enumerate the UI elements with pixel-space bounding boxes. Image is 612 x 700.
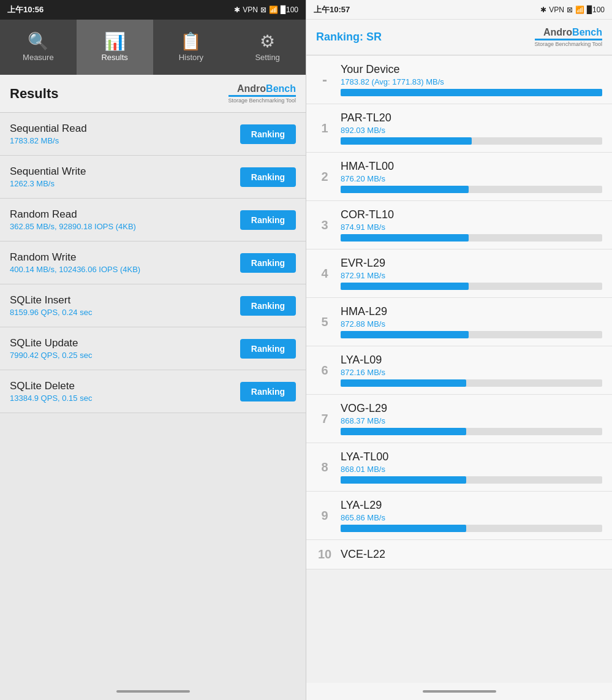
rank-number: 4 (316, 267, 333, 281)
tab-results[interactable]: 📊 Results (77, 20, 153, 75)
rank-bar-bg (341, 234, 602, 242)
ranking-button[interactable]: Ranking (240, 382, 296, 401)
signal-icon-right: ⊠ (567, 6, 573, 14)
result-info: Sequential Write 1262.3 MB/s (10, 165, 240, 188)
tab-bar: 🔍 Measure 📊 Results 📋 History ⚙ Setting (0, 20, 306, 75)
signal-icon: ⊠ (260, 6, 266, 14)
logo-bar-right (535, 39, 602, 40)
right-panel: 上午10:57 ✱ VPN ⊠ 📶 ▉100 Ranking: SR Andro… (306, 0, 612, 700)
rank-device-value: 865.86 MB/s (341, 513, 602, 522)
rank-bar-bg (341, 186, 602, 193)
rank-number: 10 (316, 547, 333, 561)
rank-bar-fill (341, 89, 602, 96)
rank-device-name: VCE-L22 (341, 548, 602, 561)
rank-bar-fill (341, 428, 466, 435)
rank-bar-fill (341, 186, 469, 193)
battery-icon: ▉100 (281, 6, 298, 14)
rank-row: 4 EVR-L29 872.91 MB/s (306, 249, 612, 298)
results-title: Results (10, 86, 58, 102)
rank-row-partial: 10 VCE-L22 (306, 540, 612, 569)
result-value: 1262.3 MB/s (10, 179, 240, 188)
rank-number: 3 (316, 218, 333, 232)
rank-row: 7 VOG-L29 868.37 MB/s (306, 395, 612, 443)
result-info: Random Write 400.14 MB/s, 102436.06 IOPS… (10, 251, 240, 274)
rank-device-name: LYA-TL00 (341, 451, 602, 463)
logo-bench-left: Bench (266, 83, 296, 94)
ranking-button[interactable]: Ranking (240, 210, 296, 230)
result-row: SQLite Update 7990.42 QPS, 0.25 sec Rank… (0, 327, 306, 370)
result-info: SQLite Update 7990.42 QPS, 0.25 sec (10, 337, 240, 360)
results-list: Sequential Read 1783.82 MB/s Ranking Seq… (0, 113, 306, 683)
rank-info: VCE-L22 (341, 548, 602, 561)
rank-device-value: 872.16 MB/s (341, 368, 602, 377)
ranking-button[interactable]: Ranking (240, 296, 296, 316)
results-header: Results AndroBench Storage Benchmarking … (0, 75, 306, 113)
rank-info: LYA-L09 872.16 MB/s (341, 354, 602, 387)
rank-row: 6 LYA-L09 872.16 MB/s (306, 346, 612, 395)
wifi-icon: 📶 (269, 6, 278, 14)
ranking-button[interactable]: Ranking (240, 339, 296, 359)
logo-bench-right: Bench (572, 27, 602, 37)
status-icons-right: ✱ VPN ⊠ 📶 ▉100 (540, 6, 605, 14)
rank-bar-fill (341, 525, 466, 532)
vpn-label: VPN (243, 6, 258, 14)
rank-number: - (316, 71, 333, 88)
result-info: Random Read 362.85 MB/s, 92890.18 IOPS (… (10, 208, 240, 231)
status-bar-left: 上午10:56 ✱ VPN ⊠ 📶 ▉100 (0, 0, 306, 20)
rank-device-value: 874.91 MB/s (341, 223, 602, 232)
rank-info: HMA-TL00 876.20 MB/s (341, 160, 602, 193)
ranking-button[interactable]: Ranking (240, 124, 296, 144)
rank-bar-fill (341, 234, 469, 242)
rank-row: 1 PAR-TL20 892.03 MB/s (306, 104, 612, 153)
rank-info: LYA-TL00 868.01 MB/s (341, 451, 602, 484)
tab-setting-label: Setting (255, 53, 279, 62)
tab-history[interactable]: 📋 History (153, 20, 230, 75)
rank-bar-bg (341, 331, 602, 338)
rank-device-name: Your Device (341, 63, 602, 76)
results-icon: 📊 (104, 33, 126, 50)
androbench-logo-right: AndroBench Storage Benchmarking Tool (535, 27, 602, 47)
rank-number: 1 (316, 121, 333, 135)
rank-device-value: 1783.82 (Avg: 1771.83) MB/s (341, 77, 602, 86)
result-row: Random Write 400.14 MB/s, 102436.06 IOPS… (0, 242, 306, 284)
logo-andro-left: Andro (237, 83, 266, 94)
rank-device-name: HMA-TL00 (341, 160, 602, 173)
result-value: 1783.82 MB/s (10, 136, 240, 145)
tab-measure[interactable]: 🔍 Measure (0, 20, 77, 75)
rank-row: 8 LYA-TL00 868.01 MB/s (306, 443, 612, 492)
wifi-icon-right: 📶 (575, 6, 584, 14)
rank-number: 2 (316, 170, 333, 184)
left-panel: 上午10:56 ✱ VPN ⊠ 📶 ▉100 🔍 Measure 📊 Resul… (0, 0, 306, 700)
ranking-title: Ranking: SR (316, 31, 382, 44)
rank-bar-fill (341, 476, 466, 484)
rank-bar-bg (341, 525, 602, 532)
tab-results-label: Results (101, 53, 127, 62)
rank-row: 3 COR-TL10 874.91 MB/s (306, 201, 612, 249)
rank-row: 5 HMA-L29 872.88 MB/s (306, 298, 612, 346)
result-value: 8159.96 QPS, 0.24 sec (10, 308, 240, 317)
result-name: Sequential Write (10, 165, 240, 178)
vpn-label-right: VPN (549, 6, 564, 14)
rank-device-value: 872.88 MB/s (341, 319, 602, 329)
rank-bar-fill (341, 283, 469, 290)
rank-device-name: VOG-L29 (341, 402, 602, 415)
rank-info: Your Device 1783.82 (Avg: 1771.83) MB/s (341, 63, 602, 96)
result-value: 400.14 MB/s, 102436.06 IOPS (4KB) (10, 265, 240, 274)
tab-setting[interactable]: ⚙ Setting (229, 20, 306, 75)
status-icons-left: ✱ VPN ⊠ 📶 ▉100 (234, 6, 298, 14)
rank-number: 8 (316, 460, 333, 474)
ranking-button[interactable]: Ranking (240, 253, 296, 273)
rank-device-name: LYA-L29 (341, 499, 602, 512)
ranking-button[interactable]: Ranking (240, 167, 296, 187)
rank-bar-fill (341, 379, 466, 387)
rank-number: 7 (316, 412, 333, 426)
rank-bar-bg (341, 476, 602, 484)
rank-device-name: COR-TL10 (341, 208, 602, 221)
rank-row: 9 LYA-L29 865.86 MB/s (306, 492, 612, 540)
result-name: Random Write (10, 251, 240, 264)
home-bar-left (116, 690, 190, 693)
result-name: Random Read (10, 208, 240, 221)
result-info: Sequential Read 1783.82 MB/s (10, 123, 240, 145)
result-row: Random Read 362.85 MB/s, 92890.18 IOPS (… (0, 199, 306, 242)
time-left: 上午10:56 (7, 4, 43, 15)
